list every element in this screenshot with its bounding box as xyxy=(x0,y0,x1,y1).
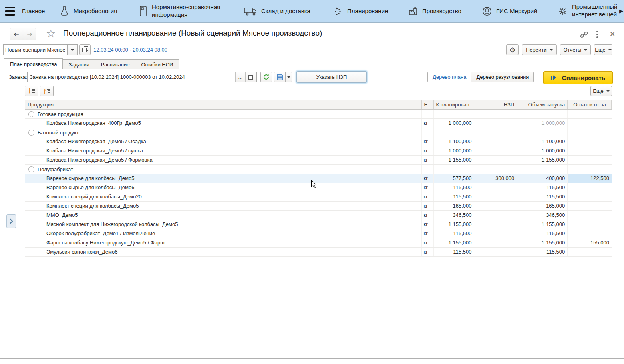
launch-volume-cell: 1 155,000 xyxy=(517,238,568,247)
column-remainder[interactable]: Остаток от за.. xyxy=(568,100,612,109)
back-button[interactable]: ← xyxy=(10,28,23,40)
scenario-copy-button[interactable] xyxy=(79,44,91,55)
product-name: Готовая продукция xyxy=(38,110,83,118)
table-row[interactable]: ММО_Демо5 кг 346,500 346,500 xyxy=(25,211,612,220)
section-label: Планирование xyxy=(347,8,388,15)
wip-cell xyxy=(474,165,517,174)
product-name: Вареное сырье для колбасы_Демо6 xyxy=(46,184,134,190)
expand-all-button[interactable] xyxy=(25,86,38,96)
kebab-menu-icon[interactable] xyxy=(596,31,598,38)
table-row[interactable]: Базовый продукт xyxy=(25,128,612,137)
section-production[interactable]: Производство xyxy=(408,0,461,22)
table-row[interactable]: Эмульсия свной кожи_Демо6 кг 115,500 115… xyxy=(25,248,612,257)
plan-tree-toggle[interactable]: Дерево плана xyxy=(428,72,471,82)
to-plan-cell: 1 155,000 xyxy=(434,156,475,164)
wip-cell xyxy=(474,192,517,201)
refresh-icon xyxy=(263,74,270,80)
table-row[interactable]: Колбаса Нижегородская_Демо5 / Формовка к… xyxy=(25,156,612,165)
set-wip-button[interactable]: Указать НЗП xyxy=(296,71,367,83)
scenario-value[interactable]: Новый сценарий Мясное производство xyxy=(3,44,67,55)
request-input[interactable]: Заявка на производство [10.02.2024] 1000… xyxy=(28,72,235,82)
period-link[interactable]: 12.03.24 00:00 - 20.03.24 08:00 xyxy=(93,47,167,53)
chevron-down-icon[interactable] xyxy=(67,44,78,55)
request-choose-button[interactable]: ... xyxy=(235,72,245,82)
save-button[interactable] xyxy=(274,72,286,82)
table-row[interactable]: Готовая продукция xyxy=(25,110,612,119)
table-row[interactable]: Вареное сырье для колбасы_Демо6 кг 115,5… xyxy=(25,183,612,192)
settings-button[interactable]: ⚙ xyxy=(506,44,519,55)
column-launch-volume[interactable]: Объем запуска xyxy=(517,100,568,109)
section-label: ГИС Меркурий xyxy=(496,8,537,15)
column-unit[interactable]: Е.. xyxy=(422,100,434,109)
collapse-all-button[interactable] xyxy=(40,86,54,96)
reports-button[interactable]: Отчеты xyxy=(560,44,591,55)
section-planning[interactable]: Планирование xyxy=(334,0,388,22)
to-plan-cell: 1 155,000 xyxy=(434,220,475,229)
side-panel-expander[interactable] xyxy=(6,214,16,228)
collapse-minus-icon[interactable] xyxy=(28,111,34,117)
product-name: ММО_Демо5 xyxy=(46,212,78,218)
collapse-minus-icon[interactable] xyxy=(28,166,34,172)
panel-splitter[interactable] xyxy=(23,85,23,356)
save-dropdown-button[interactable] xyxy=(286,72,292,82)
save-icon xyxy=(277,74,283,80)
table-row[interactable]: Колбаса Нижегородская_Демо5 / Осадка кг … xyxy=(25,137,612,146)
table-row[interactable]: Фарш на колбасу Нижегородскую_Демо5 / Фа… xyxy=(25,238,612,248)
to-plan-cell: 165,000 xyxy=(434,202,475,210)
favorite-star-icon[interactable]: ☆ xyxy=(46,27,56,40)
wip-cell xyxy=(474,128,517,137)
scenario-combobox[interactable]: Новый сценарий Мясное производство xyxy=(3,44,78,55)
table-row[interactable]: Окорок полуфабрикат_Демо1 / Измельчение … xyxy=(25,229,612,238)
link-icon[interactable] xyxy=(580,30,588,39)
refresh-button[interactable] xyxy=(260,72,272,82)
column-to-plan[interactable]: К планирован.. xyxy=(434,100,475,109)
play-icon xyxy=(551,75,558,80)
tab-schedule[interactable]: Расписание xyxy=(95,59,136,69)
explosion-tree-toggle[interactable]: Дерево разузлования xyxy=(471,72,533,82)
chevron-down-icon xyxy=(584,49,587,51)
more-button[interactable]: Еще xyxy=(594,44,612,55)
remainder-cell: 122,500 xyxy=(568,174,612,183)
tab-tasks[interactable]: Задания xyxy=(62,59,95,69)
section-gis-mercury[interactable]: ГИС Меркурий xyxy=(482,0,537,22)
sections-overflow-arrow-icon[interactable]: ▶ xyxy=(619,8,623,14)
forward-button[interactable]: → xyxy=(23,28,36,40)
unit-cell: кг xyxy=(422,137,434,146)
column-product[interactable]: Продукция xyxy=(25,100,422,109)
table-row[interactable]: Полуфабрикат xyxy=(25,165,612,174)
plan-button[interactable]: Спланировать xyxy=(543,71,613,84)
launch-volume-cell: 115,500 xyxy=(517,229,568,238)
request-open-button[interactable] xyxy=(245,72,256,82)
table-row[interactable]: Комплект специй для колбасы_Демо5 кг 165… xyxy=(25,202,612,211)
unit-cell: кг xyxy=(422,156,434,164)
section-microbiology[interactable]: Микробиология xyxy=(59,0,117,22)
remainder-cell xyxy=(568,156,612,164)
tab-nsi-errors[interactable]: Ошибки НСИ xyxy=(135,59,179,69)
main-menu-icon[interactable] xyxy=(5,7,15,16)
table-row[interactable]: Колбаса Нижегородская_400Гр_Демо5 кг 1 0… xyxy=(25,119,612,128)
document-icon xyxy=(138,5,148,17)
section-reference-info[interactable]: Нормативно-справочная информация xyxy=(138,0,234,22)
close-icon[interactable]: ✕ xyxy=(610,30,615,38)
launch-volume-cell: 1 155,000 xyxy=(517,220,568,229)
table-row[interactable]: Комплект специй для колбасы_Демо20 кг 11… xyxy=(25,192,612,202)
goto-button[interactable]: Перейти xyxy=(522,44,557,55)
section-warehouse[interactable]: Склад и доставка xyxy=(244,0,310,22)
launch-volume-cell: 115,500 xyxy=(517,248,568,256)
column-wip[interactable]: НЗП xyxy=(474,100,517,109)
section-iot[interactable]: Промышленный интернет вещей xyxy=(558,0,619,22)
product-name: Колбаса Нижегородская_Демо5 / сушка xyxy=(46,148,143,154)
table-row[interactable]: Вареное сырье для колбасы_Демо5 кг 577,5… xyxy=(25,174,612,183)
tab-production-plan[interactable]: План производства xyxy=(4,58,63,69)
chevron-down-icon xyxy=(606,90,610,92)
unit-cell: кг xyxy=(422,174,434,183)
back-icon: ← xyxy=(14,30,19,38)
wip-cell xyxy=(474,220,517,229)
product-name: Полуфабрикат xyxy=(38,165,73,174)
table-row[interactable]: Колбаса Нижегородская_Демо5 / сушка кг 1… xyxy=(25,146,612,156)
collapse-minus-icon[interactable] xyxy=(28,130,34,136)
section-main[interactable]: Главное xyxy=(22,0,45,22)
table-row[interactable]: Мясной комплект для Нижегородской колбас… xyxy=(25,220,612,229)
table-more-button[interactable]: Еще xyxy=(590,86,612,96)
remainder-cell: 155,000 xyxy=(568,238,612,247)
